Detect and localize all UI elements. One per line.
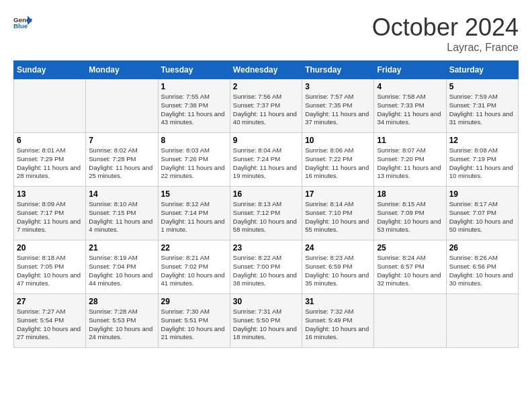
day-info: Sunrise: 8:02 AMSunset: 7:28 PMDaylight:…: [89, 146, 154, 181]
calendar-cell: 2Sunrise: 7:56 AMSunset: 7:37 PMDaylight…: [230, 79, 302, 133]
day-info: Sunrise: 7:28 AMSunset: 5:53 PMDaylight:…: [89, 308, 154, 342]
month-title: October 2024: [372, 13, 519, 42]
calendar-cell: 15Sunrise: 8:12 AMSunset: 7:14 PMDayligh…: [158, 187, 230, 240]
calendar-cell: 24Sunrise: 8:23 AMSunset: 6:59 PMDayligh…: [302, 240, 374, 294]
calendar-cell: 10Sunrise: 8:06 AMSunset: 7:22 PMDayligh…: [302, 133, 374, 187]
calendar-cell: 8Sunrise: 8:03 AMSunset: 7:26 PMDaylight…: [158, 133, 230, 187]
day-number: 29: [161, 297, 227, 306]
day-number: 14: [89, 189, 154, 199]
calendar-cell: 1Sunrise: 7:55 AMSunset: 7:38 PMDaylight…: [158, 79, 230, 133]
header-day: Wednesday: [230, 61, 302, 79]
day-info: Sunrise: 8:06 AMSunset: 7:22 PMDaylight:…: [305, 146, 371, 181]
day-info: Sunrise: 7:31 AMSunset: 5:50 PMDaylight:…: [233, 308, 299, 342]
calendar-cell: [14, 79, 86, 133]
day-info: Sunrise: 8:24 AMSunset: 6:57 PMDaylight:…: [377, 254, 443, 288]
day-number: 20: [17, 243, 83, 253]
svg-text:Blue: Blue: [13, 22, 28, 30]
day-info: Sunrise: 8:19 AMSunset: 7:04 PMDaylight:…: [89, 254, 154, 288]
day-info: Sunrise: 8:21 AMSunset: 7:02 PMDaylight:…: [161, 254, 227, 288]
calendar-cell: 3Sunrise: 7:57 AMSunset: 7:35 PMDaylight…: [302, 79, 374, 133]
day-number: 31: [305, 297, 371, 306]
day-info: Sunrise: 7:55 AMSunset: 7:38 PMDaylight:…: [161, 93, 227, 127]
day-info: Sunrise: 8:22 AMSunset: 7:00 PMDaylight:…: [233, 254, 299, 288]
day-number: 10: [305, 136, 371, 145]
day-info: Sunrise: 8:09 AMSunset: 7:17 PMDaylight:…: [17, 200, 83, 234]
day-number: 26: [449, 243, 515, 253]
header-day: Saturday: [446, 61, 518, 79]
calendar-cell: 30Sunrise: 7:31 AMSunset: 5:50 PMDayligh…: [230, 294, 302, 348]
calendar-cell: 5Sunrise: 7:59 AMSunset: 7:31 PMDaylight…: [446, 79, 518, 133]
header-row: SundayMondayTuesdayWednesdayThursdayFrid…: [14, 61, 519, 79]
calendar-cell: [446, 294, 518, 348]
calendar-cell: 25Sunrise: 8:24 AMSunset: 6:57 PMDayligh…: [374, 240, 446, 294]
calendar-week: 13Sunrise: 8:09 AMSunset: 7:17 PMDayligh…: [14, 187, 519, 240]
day-info: Sunrise: 8:12 AMSunset: 7:14 PMDaylight:…: [161, 200, 227, 234]
logo-icon: General Blue: [13, 13, 32, 32]
day-number: 19: [449, 189, 515, 199]
day-number: 15: [161, 189, 227, 199]
day-info: Sunrise: 8:04 AMSunset: 7:24 PMDaylight:…: [233, 146, 299, 181]
header-day: Sunday: [14, 61, 86, 79]
header-day: Friday: [374, 61, 446, 79]
calendar-cell: 29Sunrise: 7:30 AMSunset: 5:51 PMDayligh…: [158, 294, 230, 348]
day-number: 3: [305, 82, 371, 91]
calendar-week: 6Sunrise: 8:01 AMSunset: 7:29 PMDaylight…: [14, 133, 519, 187]
day-info: Sunrise: 7:59 AMSunset: 7:31 PMDaylight:…: [449, 93, 515, 127]
header-day: Thursday: [302, 61, 374, 79]
title-section: October 2024 Layrac, France: [372, 13, 519, 54]
day-info: Sunrise: 8:03 AMSunset: 7:26 PMDaylight:…: [161, 146, 227, 181]
calendar-table: SundayMondayTuesdayWednesdayThursdayFrid…: [13, 60, 519, 348]
day-info: Sunrise: 8:15 AMSunset: 7:09 PMDaylight:…: [377, 200, 443, 234]
calendar-header: SundayMondayTuesdayWednesdayThursdayFrid…: [14, 61, 519, 79]
day-number: 25: [377, 243, 443, 253]
calendar-cell: 7Sunrise: 8:02 AMSunset: 7:28 PMDaylight…: [86, 133, 158, 187]
calendar-cell: 6Sunrise: 8:01 AMSunset: 7:29 PMDaylight…: [14, 133, 86, 187]
day-number: 5: [449, 82, 515, 91]
day-number: 17: [305, 189, 371, 199]
day-info: Sunrise: 7:27 AMSunset: 5:54 PMDaylight:…: [17, 308, 83, 342]
day-info: Sunrise: 8:23 AMSunset: 6:59 PMDaylight:…: [305, 254, 371, 288]
calendar-cell: 23Sunrise: 8:22 AMSunset: 7:00 PMDayligh…: [230, 240, 302, 294]
calendar-cell: 16Sunrise: 8:13 AMSunset: 7:12 PMDayligh…: [230, 187, 302, 240]
day-info: Sunrise: 7:58 AMSunset: 7:33 PMDaylight:…: [377, 93, 443, 127]
day-number: 30: [233, 297, 299, 306]
day-info: Sunrise: 7:56 AMSunset: 7:37 PMDaylight:…: [233, 93, 299, 127]
day-info: Sunrise: 8:10 AMSunset: 7:15 PMDaylight:…: [89, 200, 154, 234]
day-number: 7: [89, 136, 154, 145]
day-info: Sunrise: 8:13 AMSunset: 7:12 PMDaylight:…: [233, 200, 299, 234]
header-day: Monday: [86, 61, 158, 79]
calendar-cell: 14Sunrise: 8:10 AMSunset: 7:15 PMDayligh…: [86, 187, 158, 240]
logo: General Blue: [13, 13, 32, 32]
calendar-cell: 12Sunrise: 8:08 AMSunset: 7:19 PMDayligh…: [446, 133, 518, 187]
calendar-cell: 9Sunrise: 8:04 AMSunset: 7:24 PMDaylight…: [230, 133, 302, 187]
calendar-cell: 28Sunrise: 7:28 AMSunset: 5:53 PMDayligh…: [86, 294, 158, 348]
day-number: 1: [161, 82, 227, 91]
calendar-week: 1Sunrise: 7:55 AMSunset: 7:38 PMDaylight…: [14, 79, 519, 133]
calendar-cell: 20Sunrise: 8:18 AMSunset: 7:05 PMDayligh…: [14, 240, 86, 294]
day-info: Sunrise: 8:18 AMSunset: 7:05 PMDaylight:…: [17, 254, 83, 288]
day-number: 4: [377, 82, 443, 91]
day-number: 21: [89, 243, 154, 253]
day-info: Sunrise: 7:32 AMSunset: 5:49 PMDaylight:…: [305, 308, 371, 342]
calendar-cell: 26Sunrise: 8:26 AMSunset: 6:56 PMDayligh…: [446, 240, 518, 294]
calendar-cell: 22Sunrise: 8:21 AMSunset: 7:02 PMDayligh…: [158, 240, 230, 294]
day-info: Sunrise: 8:01 AMSunset: 7:29 PMDaylight:…: [17, 146, 83, 181]
day-number: 13: [17, 189, 83, 199]
day-info: Sunrise: 7:30 AMSunset: 5:51 PMDaylight:…: [161, 308, 227, 342]
day-number: 24: [305, 243, 371, 253]
day-number: 28: [89, 297, 154, 306]
calendar-cell: 31Sunrise: 7:32 AMSunset: 5:49 PMDayligh…: [302, 294, 374, 348]
day-number: 23: [233, 243, 299, 253]
calendar-body: 1Sunrise: 7:55 AMSunset: 7:38 PMDaylight…: [14, 79, 519, 348]
day-info: Sunrise: 8:08 AMSunset: 7:19 PMDaylight:…: [449, 146, 515, 181]
day-info: Sunrise: 8:17 AMSunset: 7:07 PMDaylight:…: [449, 200, 515, 234]
day-info: Sunrise: 8:14 AMSunset: 7:10 PMDaylight:…: [305, 200, 371, 234]
day-number: 16: [233, 189, 299, 199]
calendar-cell: 11Sunrise: 8:07 AMSunset: 7:20 PMDayligh…: [374, 133, 446, 187]
calendar-cell: 19Sunrise: 8:17 AMSunset: 7:07 PMDayligh…: [446, 187, 518, 240]
calendar-cell: 4Sunrise: 7:58 AMSunset: 7:33 PMDaylight…: [374, 79, 446, 133]
calendar-week: 20Sunrise: 8:18 AMSunset: 7:05 PMDayligh…: [14, 240, 519, 294]
day-number: 18: [377, 189, 443, 199]
day-number: 11: [377, 136, 443, 145]
day-number: 12: [449, 136, 515, 145]
